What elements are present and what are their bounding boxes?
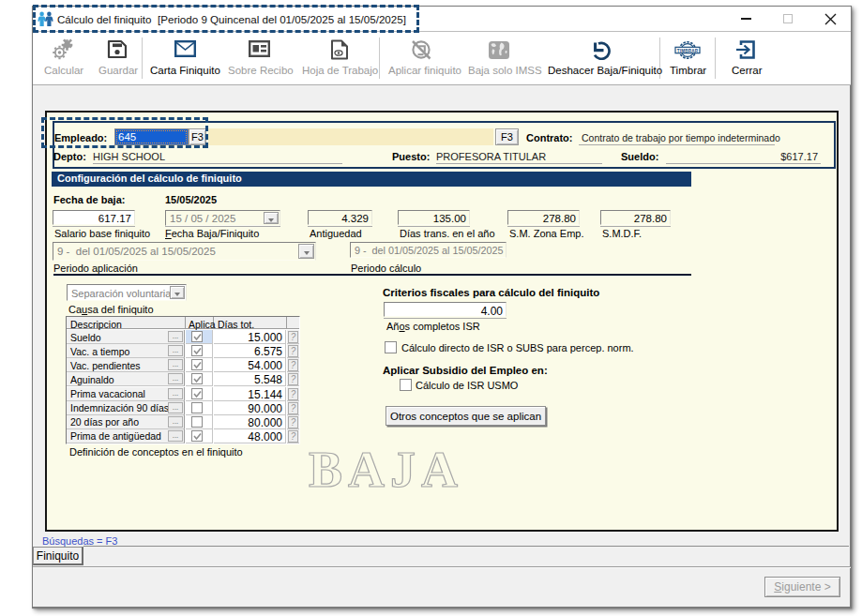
svg-text:TIMBRAR: TIMBRAR — [677, 49, 699, 53]
